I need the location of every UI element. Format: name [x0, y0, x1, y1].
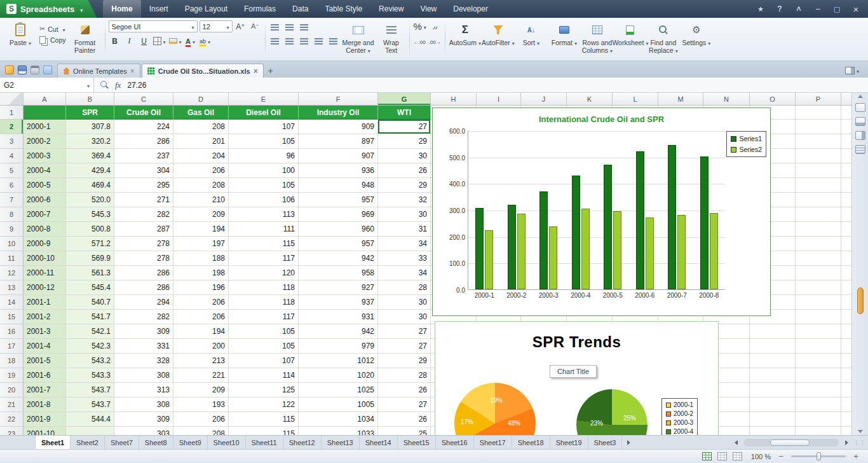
cell-B15[interactable]: 541.7	[66, 310, 114, 324]
decrease-indent-button[interactable]	[269, 36, 281, 48]
cell-B2[interactable]: 307.8	[66, 120, 114, 134]
rows-and-columns-button[interactable]: Rows and Columns	[581, 20, 614, 60]
cell-C13[interactable]: 286	[114, 280, 173, 295]
increase-indent-button[interactable]	[283, 36, 296, 48]
cell-O22[interactable]	[750, 412, 796, 427]
font-size-select[interactable]: 12	[200, 20, 233, 32]
cell-A5[interactable]: 2000-4	[24, 163, 66, 178]
cell-A21[interactable]: 2001-8	[24, 397, 66, 412]
cell-E8[interactable]: 113	[229, 207, 299, 222]
print-icon[interactable]	[31, 66, 39, 74]
row-header-1[interactable]: 1	[0, 106, 24, 120]
bar-series2-2000-3[interactable]	[549, 226, 557, 289]
cell-B17[interactable]: 542.3	[66, 339, 114, 354]
cell-A2[interactable]: 2000-1	[24, 120, 66, 134]
paste-button[interactable]: Paste	[4, 20, 37, 60]
cell-B18[interactable]: 543.2	[66, 354, 114, 368]
zoom-slider[interactable]	[791, 455, 846, 457]
page-layout-view-icon[interactable]	[717, 452, 727, 460]
cell-E16[interactable]: 105	[229, 324, 299, 339]
cell-C10[interactable]: 278	[114, 237, 173, 251]
cell-D9[interactable]: 194	[173, 222, 229, 237]
zoom-in-button[interactable]	[851, 452, 860, 461]
cell-O16[interactable]	[750, 324, 796, 339]
cell-E20[interactable]: 125	[229, 383, 299, 397]
column-header-C[interactable]: C	[114, 93, 173, 105]
cell-B4[interactable]: 369.4	[66, 149, 114, 163]
row-header-4[interactable]: 4	[0, 149, 24, 163]
cell-F13[interactable]: 927	[299, 280, 378, 295]
row-header-21[interactable]: 21	[0, 397, 24, 412]
row-header-14[interactable]: 14	[0, 295, 24, 310]
menu-tab-developer[interactable]: Developer	[445, 0, 496, 18]
sheet-tab-sheet2[interactable]: Sheet2	[71, 436, 105, 449]
cell-B6[interactable]: 469.4	[66, 178, 114, 193]
cell-F3[interactable]: 897	[299, 134, 378, 149]
cell-P2[interactable]	[796, 120, 841, 134]
cell-E12[interactable]: 120	[229, 266, 299, 280]
menu-tab-home[interactable]: Home	[103, 0, 140, 18]
cell-F9[interactable]: 960	[299, 222, 378, 237]
sheet-tab-sheet14[interactable]: Sheet14	[360, 436, 398, 449]
bar-series1-2000-7[interactable]	[668, 145, 676, 289]
cell-C8[interactable]: 282	[114, 207, 173, 222]
cell-P14[interactable]	[796, 295, 841, 310]
bar-series2-2000-5[interactable]	[613, 211, 621, 289]
new-file-icon[interactable]	[5, 66, 14, 74]
cell-C19[interactable]: 308	[114, 368, 173, 383]
horizontal-scrollbar-track[interactable]	[743, 439, 839, 446]
sheet-tab-sheet3[interactable]: Sheet3	[588, 436, 623, 449]
sheet-tab-sheet9[interactable]: Sheet9	[173, 436, 208, 449]
cell-P10[interactable]	[796, 237, 841, 251]
clipboard-pane-icon[interactable]	[855, 145, 865, 154]
cell-D19[interactable]: 221	[173, 368, 229, 383]
cell-E9[interactable]: 111	[229, 222, 299, 237]
cell-F23[interactable]: 1033	[299, 427, 378, 435]
cell-P7[interactable]	[796, 193, 841, 207]
column-header-A[interactable]: A	[24, 93, 66, 105]
menu-tab-table-style[interactable]: Table Style	[316, 0, 370, 18]
formula-bar-value[interactable]: 27.26	[127, 81, 146, 90]
cell-B11[interactable]: 569.9	[66, 251, 114, 266]
row-header-7[interactable]: 7	[0, 193, 24, 207]
cell-F20[interactable]: 1025	[299, 383, 378, 397]
cell-D12[interactable]: 198	[173, 266, 229, 280]
cell-D3[interactable]: 201	[173, 134, 229, 149]
sheet-tab-sheet19[interactable]: Sheet19	[550, 436, 588, 449]
column-header-L[interactable]: L	[613, 93, 658, 105]
column-header-O[interactable]: O	[750, 93, 796, 105]
row-header-3[interactable]: 3	[0, 134, 24, 149]
cell-C11[interactable]: 278	[114, 251, 173, 266]
cell-A19[interactable]: 2001-6	[24, 368, 66, 383]
bar-series2-2000-6[interactable]	[646, 218, 654, 289]
cell-C12[interactable]: 286	[114, 266, 173, 280]
cell-B19[interactable]: 543.3	[66, 368, 114, 383]
cell-A14[interactable]: 2001-1	[24, 295, 66, 310]
bar-series2-2000-1[interactable]	[485, 230, 493, 289]
close-tab-icon[interactable]	[130, 67, 135, 76]
cell-F16[interactable]: 942	[299, 324, 378, 339]
autofilter-button[interactable]: AutoFilter	[482, 20, 515, 60]
cell-B1[interactable]: SPR	[66, 106, 114, 120]
sheet-tab-sheet15[interactable]: Sheet15	[398, 436, 436, 449]
column-header-P[interactable]: P	[796, 93, 841, 105]
selection-pane-icon[interactable]	[855, 131, 865, 140]
scroll-right-button[interactable]	[840, 440, 853, 445]
align-bottom-button[interactable]	[298, 22, 311, 34]
cell-F12[interactable]: 958	[299, 266, 378, 280]
cell-O19[interactable]	[750, 368, 796, 383]
font-family-select[interactable]: Segoe UI	[109, 20, 198, 32]
cell-B8[interactable]: 545.3	[66, 207, 114, 222]
cell-P5[interactable]	[796, 163, 841, 178]
cell-P3[interactable]	[796, 134, 841, 149]
cell-A15[interactable]: 2001-2	[24, 310, 66, 324]
worksheet-button[interactable]: Worksheet	[614, 20, 647, 60]
comma-style-button[interactable]	[429, 20, 442, 32]
cell-E22[interactable]: 115	[229, 412, 299, 427]
row-header-10[interactable]: 10	[0, 237, 24, 251]
cell-F15[interactable]: 931	[299, 310, 378, 324]
merge-and-center-button[interactable]: Merge and Center	[340, 20, 377, 60]
cell-A8[interactable]: 2000-7	[24, 207, 66, 222]
cell-P4[interactable]	[796, 149, 841, 163]
cell-C2[interactable]: 224	[114, 120, 173, 134]
